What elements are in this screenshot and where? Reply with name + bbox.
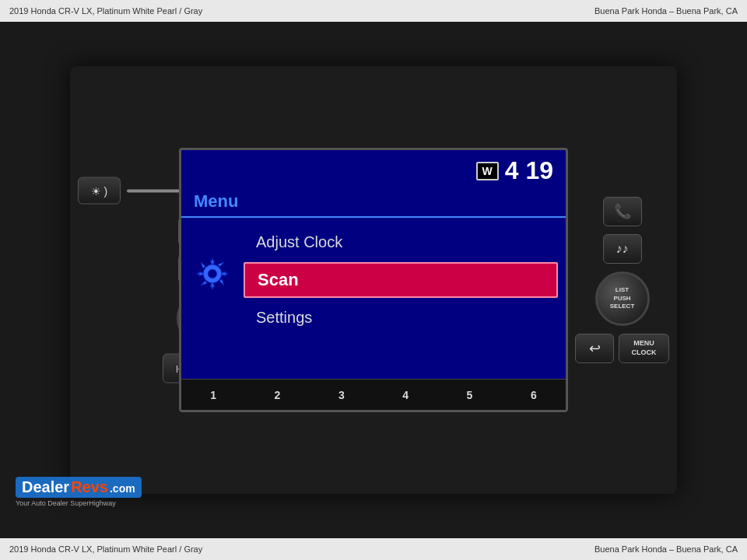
time-area: W 4 19 <box>181 150 566 191</box>
presets-bar: 1 2 3 4 5 6 <box>181 379 566 410</box>
top-bar-left: 2019 Honda CR-V LX, Platinum White Pearl… <box>9 6 202 16</box>
menu-title: Menu <box>181 191 566 218</box>
settings-icon-area <box>189 227 236 320</box>
preset-1[interactable]: 1 <box>204 386 223 404</box>
watermark-subtitle: Your Auto Dealer SuperHighway <box>16 499 116 507</box>
time-display: 4 19 <box>505 156 553 185</box>
svg-marker-9 <box>218 262 224 266</box>
menu-item-settings[interactable]: Settings <box>244 303 558 333</box>
menu-clock-button[interactable]: MENU CLOCK <box>619 334 669 363</box>
menu-clock-label: MENU CLOCK <box>632 339 657 357</box>
bottom-right-buttons: ↩ MENU CLOCK <box>575 334 669 363</box>
brightness-button[interactable]: ☀ ) <box>78 177 121 205</box>
right-controls: 📞 ♪♪ LIST PUSH SELECT ↩ MENU CLOCK <box>575 197 669 363</box>
svg-point-1 <box>208 269 217 278</box>
list-select-label: LIST PUSH SELECT <box>610 286 635 310</box>
back-icon: ↩ <box>589 340 601 357</box>
gear-icon <box>193 254 232 293</box>
com-text: .com <box>110 482 135 495</box>
svg-marker-2 <box>211 258 213 264</box>
dealer-text: Dealer <box>22 478 69 496</box>
svg-marker-7 <box>220 279 224 285</box>
menu-area: Adjust Clock Scan Settings <box>181 221 566 339</box>
preset-5[interactable]: 5 <box>461 386 479 404</box>
menu-items-list: Adjust Clock Scan Settings <box>244 227 558 333</box>
phone-button[interactable]: 📞 <box>603 197 642 226</box>
music-icon: ♪♪ <box>616 242 629 256</box>
svg-marker-3 <box>211 284 213 289</box>
top-bar-center: Buena Park Honda – Buena Park, CA <box>594 6 738 16</box>
revs-text: Revs <box>71 478 108 496</box>
watermark: Dealer Revs .com Your Auto Dealer SuperH… <box>16 477 142 507</box>
bottom-bar-left: 2019 Honda CR-V LX, Platinum White Pearl… <box>9 544 202 554</box>
menu-item-adjust-clock[interactable]: Adjust Clock <box>244 227 558 257</box>
bottom-bar-center: Buena Park Honda – Buena Park, CA <box>594 544 738 554</box>
day-badge: W <box>476 162 499 180</box>
infotainment-screen: W 4 19 Menu <box>179 148 568 412</box>
phone-icon: 📞 <box>614 203 631 220</box>
dealer-revs-logo: Dealer Revs .com <box>16 477 142 498</box>
back-button[interactable]: ↩ <box>575 334 614 363</box>
svg-marker-4 <box>197 272 202 275</box>
bottom-bar: 2019 Honda CR-V LX, Platinum White Pearl… <box>0 538 747 560</box>
preset-2[interactable]: 2 <box>268 386 287 404</box>
menu-item-scan[interactable]: Scan <box>244 262 558 298</box>
top-bar: 2019 Honda CR-V LX, Platinum White Pearl… <box>0 0 747 22</box>
music-button[interactable]: ♪♪ <box>603 234 642 264</box>
svg-marker-8 <box>201 282 207 285</box>
svg-marker-5 <box>223 272 228 275</box>
preset-6[interactable]: 6 <box>524 386 543 404</box>
main-content: ☀ ) RADIO MEDIA ⏻ VOL ⏮ ⏭ <box>0 22 747 538</box>
preset-4[interactable]: 4 <box>396 386 415 404</box>
list-select-knob[interactable]: LIST PUSH SELECT <box>595 271 650 326</box>
svg-marker-6 <box>201 262 205 268</box>
preset-3[interactable]: 3 <box>332 386 351 404</box>
head-unit: ☀ ) RADIO MEDIA ⏻ VOL ⏮ ⏭ <box>70 66 677 494</box>
